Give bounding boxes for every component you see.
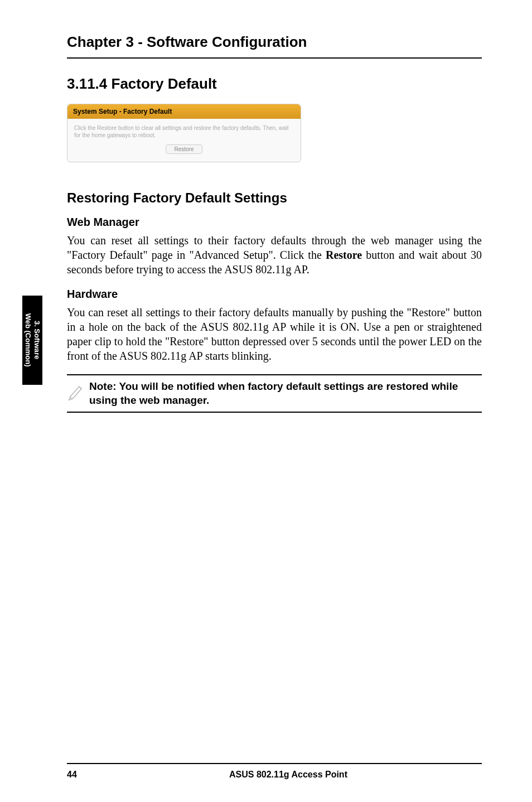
footer-content: 44 ASUS 802.11g Access Point (67, 770, 482, 780)
screenshot-description: Click the Restore button to clear all se… (74, 124, 294, 139)
footer: 44 ASUS 802.11g Access Point (0, 763, 532, 780)
side-tab-line2: Web (Common) (24, 313, 32, 367)
chapter-heading: Chapter 3 - Software Configuration (67, 33, 482, 51)
subsection-heading: Restoring Factory Default Settings (67, 190, 482, 206)
footer-title: ASUS 802.11g Access Point (95, 770, 482, 780)
screenshot-factory-default: System Setup - Factory Default Click the… (67, 104, 301, 162)
screenshot-body: Click the Restore button to clear all se… (67, 119, 301, 162)
web-manager-text: You can reset all settings to their fact… (67, 233, 482, 277)
page-content: Chapter 3 - Software Configuration 3.11.… (0, 0, 532, 435)
hardware-text: You can reset all settings to their fact… (67, 305, 482, 363)
section-heading: 3.11.4 Factory Default (67, 75, 482, 93)
side-tab-line1: 3. Software (33, 321, 41, 359)
side-tab: 3. Software Web (Common) (22, 296, 42, 385)
note-text: Note: You will be notified when factory … (89, 380, 482, 407)
side-tab-text: 3. Software Web (Common) (23, 313, 41, 367)
page-number: 44 (67, 770, 95, 780)
pencil-icon (67, 381, 84, 404)
note-box: Note: You will be notified when factory … (67, 374, 482, 413)
footer-rule (67, 763, 482, 764)
heading-rule (67, 57, 482, 59)
screenshot-header: System Setup - Factory Default (67, 104, 301, 119)
web-manager-heading: Web Manager (67, 216, 482, 229)
hardware-heading: Hardware (67, 288, 482, 301)
web-manager-bold: Restore (326, 249, 362, 261)
restore-button[interactable]: Restore (166, 144, 202, 154)
